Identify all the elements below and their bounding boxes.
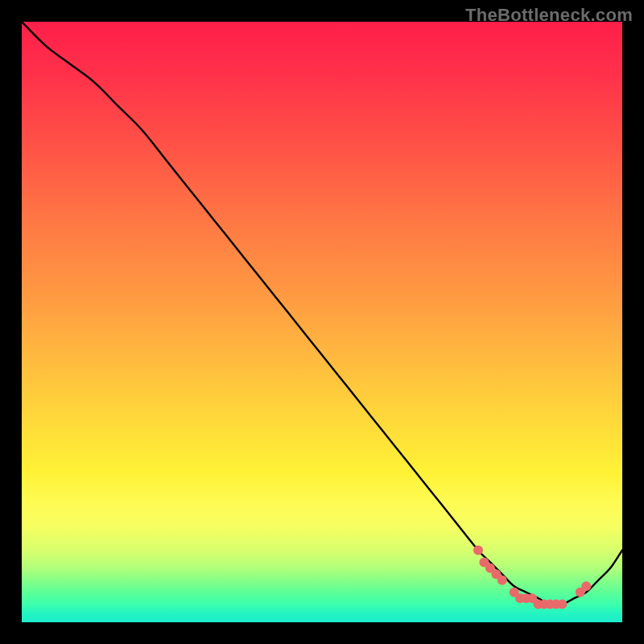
plot-area — [22, 22, 622, 622]
data-point — [581, 581, 591, 591]
data-point — [473, 545, 483, 555]
data-point — [557, 600, 567, 609]
data-point — [497, 576, 507, 585]
watermark-label: TheBottleneck.com — [465, 5, 633, 26]
curve-path — [22, 22, 622, 605]
curve-layer — [22, 22, 622, 622]
chart-frame: TheBottleneck.com — [0, 0, 644, 644]
